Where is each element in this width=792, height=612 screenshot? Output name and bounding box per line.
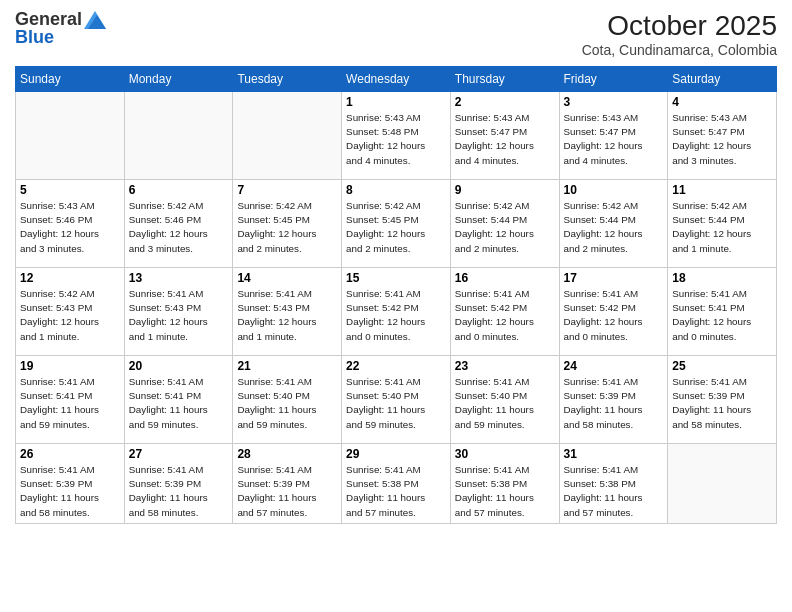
logo-blue-text: Blue	[15, 27, 54, 47]
table-row: 26Sunrise: 5:41 AM Sunset: 5:39 PM Dayli…	[16, 444, 125, 524]
table-row: 16Sunrise: 5:41 AM Sunset: 5:42 PM Dayli…	[450, 268, 559, 356]
day-info: Sunrise: 5:42 AM Sunset: 5:43 PM Dayligh…	[20, 287, 120, 344]
col-wednesday: Wednesday	[342, 67, 451, 92]
table-row: 12Sunrise: 5:42 AM Sunset: 5:43 PM Dayli…	[16, 268, 125, 356]
logo-icon	[84, 11, 106, 29]
day-info: Sunrise: 5:42 AM Sunset: 5:44 PM Dayligh…	[455, 199, 555, 256]
day-number: 19	[20, 359, 120, 373]
page: General Blue October 2025 Cota, Cundinam…	[0, 0, 792, 612]
calendar-table: Sunday Monday Tuesday Wednesday Thursday…	[15, 66, 777, 524]
day-info: Sunrise: 5:41 AM Sunset: 5:39 PM Dayligh…	[129, 463, 229, 520]
day-number: 20	[129, 359, 229, 373]
col-thursday: Thursday	[450, 67, 559, 92]
table-row	[16, 92, 125, 180]
table-row: 4Sunrise: 5:43 AM Sunset: 5:47 PM Daylig…	[668, 92, 777, 180]
table-row: 1Sunrise: 5:43 AM Sunset: 5:48 PM Daylig…	[342, 92, 451, 180]
day-info: Sunrise: 5:42 AM Sunset: 5:45 PM Dayligh…	[346, 199, 446, 256]
day-info: Sunrise: 5:41 AM Sunset: 5:42 PM Dayligh…	[455, 287, 555, 344]
location: Cota, Cundinamarca, Colombia	[582, 42, 777, 58]
calendar-week-row: 26Sunrise: 5:41 AM Sunset: 5:39 PM Dayli…	[16, 444, 777, 524]
day-number: 8	[346, 183, 446, 197]
table-row: 25Sunrise: 5:41 AM Sunset: 5:39 PM Dayli…	[668, 356, 777, 444]
day-number: 21	[237, 359, 337, 373]
title-block: October 2025 Cota, Cundinamarca, Colombi…	[582, 10, 777, 58]
table-row: 21Sunrise: 5:41 AM Sunset: 5:40 PM Dayli…	[233, 356, 342, 444]
day-info: Sunrise: 5:41 AM Sunset: 5:39 PM Dayligh…	[672, 375, 772, 432]
day-number: 26	[20, 447, 120, 461]
table-row: 28Sunrise: 5:41 AM Sunset: 5:39 PM Dayli…	[233, 444, 342, 524]
day-number: 27	[129, 447, 229, 461]
table-row: 2Sunrise: 5:43 AM Sunset: 5:47 PM Daylig…	[450, 92, 559, 180]
day-number: 31	[564, 447, 664, 461]
table-row: 27Sunrise: 5:41 AM Sunset: 5:39 PM Dayli…	[124, 444, 233, 524]
table-row: 15Sunrise: 5:41 AM Sunset: 5:42 PM Dayli…	[342, 268, 451, 356]
col-tuesday: Tuesday	[233, 67, 342, 92]
day-info: Sunrise: 5:42 AM Sunset: 5:46 PM Dayligh…	[129, 199, 229, 256]
day-number: 17	[564, 271, 664, 285]
day-number: 11	[672, 183, 772, 197]
day-info: Sunrise: 5:41 AM Sunset: 5:38 PM Dayligh…	[564, 463, 664, 520]
day-number: 3	[564, 95, 664, 109]
calendar-week-row: 5Sunrise: 5:43 AM Sunset: 5:46 PM Daylig…	[16, 180, 777, 268]
table-row: 31Sunrise: 5:41 AM Sunset: 5:38 PM Dayli…	[559, 444, 668, 524]
table-row: 11Sunrise: 5:42 AM Sunset: 5:44 PM Dayli…	[668, 180, 777, 268]
day-number: 25	[672, 359, 772, 373]
day-number: 9	[455, 183, 555, 197]
day-number: 2	[455, 95, 555, 109]
table-row: 6Sunrise: 5:42 AM Sunset: 5:46 PM Daylig…	[124, 180, 233, 268]
table-row: 8Sunrise: 5:42 AM Sunset: 5:45 PM Daylig…	[342, 180, 451, 268]
day-number: 13	[129, 271, 229, 285]
day-number: 7	[237, 183, 337, 197]
calendar-week-row: 12Sunrise: 5:42 AM Sunset: 5:43 PM Dayli…	[16, 268, 777, 356]
table-row: 10Sunrise: 5:42 AM Sunset: 5:44 PM Dayli…	[559, 180, 668, 268]
day-number: 4	[672, 95, 772, 109]
day-info: Sunrise: 5:41 AM Sunset: 5:38 PM Dayligh…	[455, 463, 555, 520]
day-info: Sunrise: 5:43 AM Sunset: 5:46 PM Dayligh…	[20, 199, 120, 256]
day-info: Sunrise: 5:41 AM Sunset: 5:38 PM Dayligh…	[346, 463, 446, 520]
table-row	[233, 92, 342, 180]
day-number: 15	[346, 271, 446, 285]
day-info: Sunrise: 5:41 AM Sunset: 5:42 PM Dayligh…	[346, 287, 446, 344]
day-info: Sunrise: 5:41 AM Sunset: 5:43 PM Dayligh…	[129, 287, 229, 344]
table-row: 14Sunrise: 5:41 AM Sunset: 5:43 PM Dayli…	[233, 268, 342, 356]
table-row: 13Sunrise: 5:41 AM Sunset: 5:43 PM Dayli…	[124, 268, 233, 356]
day-number: 6	[129, 183, 229, 197]
day-number: 14	[237, 271, 337, 285]
table-row	[668, 444, 777, 524]
day-info: Sunrise: 5:43 AM Sunset: 5:47 PM Dayligh…	[455, 111, 555, 168]
table-row: 5Sunrise: 5:43 AM Sunset: 5:46 PM Daylig…	[16, 180, 125, 268]
day-number: 22	[346, 359, 446, 373]
table-row: 17Sunrise: 5:41 AM Sunset: 5:42 PM Dayli…	[559, 268, 668, 356]
col-friday: Friday	[559, 67, 668, 92]
day-info: Sunrise: 5:41 AM Sunset: 5:39 PM Dayligh…	[237, 463, 337, 520]
col-sunday: Sunday	[16, 67, 125, 92]
day-info: Sunrise: 5:42 AM Sunset: 5:45 PM Dayligh…	[237, 199, 337, 256]
day-number: 29	[346, 447, 446, 461]
day-number: 16	[455, 271, 555, 285]
table-row: 22Sunrise: 5:41 AM Sunset: 5:40 PM Dayli…	[342, 356, 451, 444]
day-info: Sunrise: 5:41 AM Sunset: 5:40 PM Dayligh…	[346, 375, 446, 432]
day-info: Sunrise: 5:41 AM Sunset: 5:42 PM Dayligh…	[564, 287, 664, 344]
day-info: Sunrise: 5:42 AM Sunset: 5:44 PM Dayligh…	[564, 199, 664, 256]
day-number: 24	[564, 359, 664, 373]
day-info: Sunrise: 5:41 AM Sunset: 5:40 PM Dayligh…	[237, 375, 337, 432]
table-row: 30Sunrise: 5:41 AM Sunset: 5:38 PM Dayli…	[450, 444, 559, 524]
day-info: Sunrise: 5:43 AM Sunset: 5:47 PM Dayligh…	[672, 111, 772, 168]
table-row: 7Sunrise: 5:42 AM Sunset: 5:45 PM Daylig…	[233, 180, 342, 268]
day-info: Sunrise: 5:41 AM Sunset: 5:41 PM Dayligh…	[672, 287, 772, 344]
month-year: October 2025	[582, 10, 777, 42]
col-monday: Monday	[124, 67, 233, 92]
day-number: 1	[346, 95, 446, 109]
table-row: 23Sunrise: 5:41 AM Sunset: 5:40 PM Dayli…	[450, 356, 559, 444]
table-row: 18Sunrise: 5:41 AM Sunset: 5:41 PM Dayli…	[668, 268, 777, 356]
day-info: Sunrise: 5:43 AM Sunset: 5:48 PM Dayligh…	[346, 111, 446, 168]
day-info: Sunrise: 5:41 AM Sunset: 5:39 PM Dayligh…	[564, 375, 664, 432]
day-info: Sunrise: 5:43 AM Sunset: 5:47 PM Dayligh…	[564, 111, 664, 168]
header: General Blue October 2025 Cota, Cundinam…	[15, 10, 777, 58]
day-number: 18	[672, 271, 772, 285]
table-row	[124, 92, 233, 180]
day-info: Sunrise: 5:42 AM Sunset: 5:44 PM Dayligh…	[672, 199, 772, 256]
day-number: 10	[564, 183, 664, 197]
day-info: Sunrise: 5:41 AM Sunset: 5:40 PM Dayligh…	[455, 375, 555, 432]
table-row: 29Sunrise: 5:41 AM Sunset: 5:38 PM Dayli…	[342, 444, 451, 524]
